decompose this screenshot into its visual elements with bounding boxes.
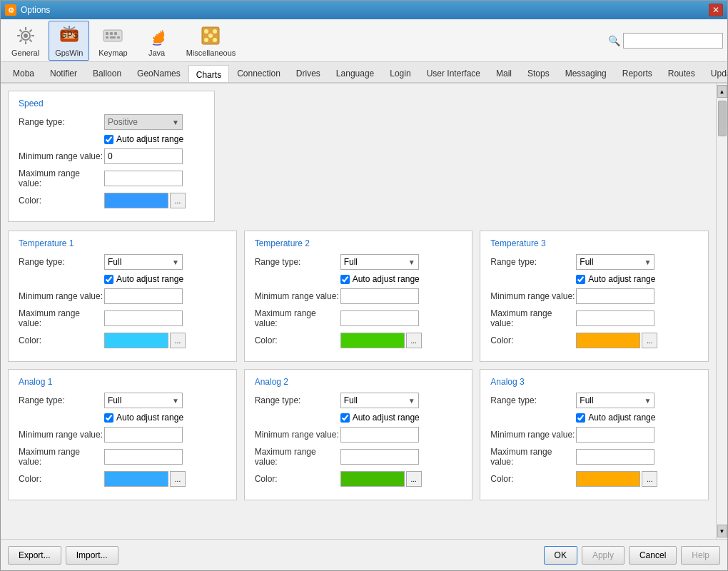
toolbar-misc-button[interactable]: Miscellaneous <box>180 21 243 61</box>
temp1-auto-checkbox[interactable] <box>104 275 113 284</box>
temp1-max-input[interactable] <box>104 310 183 326</box>
analog3-color-button[interactable]: ... <box>642 471 657 487</box>
export-button[interactable]: Export... <box>8 546 61 565</box>
analog3-max-label: Maximum range value: <box>490 447 576 467</box>
toolbar-general-button[interactable]: General <box>5 21 46 61</box>
tab-balloon[interactable]: Balloon <box>85 64 129 82</box>
analog1-range-value: Full <box>108 395 121 405</box>
apply-button[interactable]: Apply <box>582 546 625 565</box>
temp2-auto-checkbox[interactable] <box>340 275 350 284</box>
tab-routes[interactable]: Routes <box>660 64 703 82</box>
analog3-range-dropdown[interactable]: Full ▼ <box>576 393 654 408</box>
temp2-min-input[interactable] <box>340 288 419 304</box>
tab-messaging[interactable]: Messaging <box>557 64 615 82</box>
analog3-min-label: Minimum range value: <box>490 430 576 440</box>
analog1-color-swatch[interactable] <box>104 471 168 487</box>
temp3-max-input[interactable] <box>576 310 654 326</box>
temp3-auto-checkbox[interactable] <box>576 275 585 284</box>
scroll-thumb[interactable] <box>718 101 727 136</box>
tab-reports[interactable]: Reports <box>615 64 660 82</box>
temp3-color-label: Color: <box>490 335 576 345</box>
analog2-max-label: Maximum range value: <box>255 447 340 467</box>
speed-dropdown-arrow: ▼ <box>172 118 179 126</box>
temperature-row: Temperature 1 Range type: Full ▼ Auto ad… <box>8 231 709 362</box>
analog2-range-value: Full <box>344 395 358 405</box>
tab-user-interface[interactable]: User Interface <box>419 64 488 82</box>
main-scroll[interactable]: Speed Range type: Positive ▼ Auto adjust… <box>1 84 716 539</box>
svg-rect-18 <box>110 32 113 35</box>
java-label: Java <box>148 49 165 57</box>
analog3-color-swatch[interactable] <box>576 471 640 487</box>
analog2-min-input[interactable] <box>340 427 419 443</box>
tab-moba[interactable]: Moba <box>5 64 42 82</box>
toolbar-gpswin-button[interactable]: GPS GpsWin <box>49 21 89 61</box>
tab-geonames[interactable]: GeoNames <box>129 64 188 82</box>
analog2-color-swatch[interactable] <box>340 471 405 487</box>
search-area: 🔍 <box>608 33 723 49</box>
temp1-range-dropdown[interactable]: Full ▼ <box>104 254 183 270</box>
temp2-color-button[interactable]: ... <box>406 333 422 348</box>
tab-update[interactable]: Update <box>703 64 727 82</box>
speed-max-input[interactable] <box>104 171 183 186</box>
speed-color-button[interactable]: ... <box>170 193 186 208</box>
analog2-auto-checkbox[interactable] <box>340 413 350 423</box>
toolbar-java-button[interactable]: Java <box>137 21 177 61</box>
speed-range-type-dropdown[interactable]: Positive ▼ <box>104 114 183 130</box>
analog2-dropdown-arrow: ▼ <box>408 397 415 405</box>
speed-auto-adjust-checkbox[interactable] <box>104 135 113 144</box>
temp2-max-input[interactable] <box>340 310 419 326</box>
scrollbar[interactable]: ▲ ▼ <box>716 84 727 539</box>
tab-stops[interactable]: Stops <box>520 64 557 82</box>
temp3-color-button[interactable]: ... <box>642 333 657 348</box>
scroll-up-button[interactable]: ▲ <box>717 85 727 98</box>
analog1-min-input[interactable] <box>104 427 183 443</box>
analog2-section: Analog 2 Range type: Full ▼ Auto adjust … <box>244 369 473 500</box>
temp2-color-swatch[interactable] <box>340 333 405 348</box>
speed-min-input[interactable] <box>104 148 183 164</box>
analog2-color-button[interactable]: ... <box>406 471 422 487</box>
temp3-color-swatch[interactable] <box>576 333 640 348</box>
scroll-down-button[interactable]: ▼ <box>717 525 727 537</box>
temp3-title: Temperature 3 <box>490 238 698 248</box>
speed-range-type-label: Range type: <box>19 117 104 127</box>
tab-connection[interactable]: Connection <box>229 64 288 82</box>
speed-auto-adjust-label: Auto adjust range <box>116 134 183 144</box>
temp3-min-input[interactable] <box>576 288 654 304</box>
temp1-color-swatch[interactable] <box>104 333 168 348</box>
analog3-min-input[interactable] <box>576 427 654 443</box>
tab-language[interactable]: Language <box>328 64 382 82</box>
tab-notifier[interactable]: Notifier <box>42 64 85 82</box>
cancel-button[interactable]: Cancel <box>629 546 677 565</box>
temp1-min-input[interactable] <box>104 288 183 304</box>
analog2-max-input[interactable] <box>340 449 419 465</box>
help-button[interactable]: Help <box>681 546 720 565</box>
search-input[interactable] <box>623 33 723 49</box>
analog1-color-row: Color: ... <box>19 471 226 487</box>
speed-max-label: Maximum range value: <box>19 168 104 188</box>
analog3-range-row: Range type: Full ▼ <box>490 393 698 408</box>
toolbar-keymap-button[interactable]: Keymap <box>92 21 133 61</box>
analog1-max-input[interactable] <box>104 449 183 465</box>
tab-charts[interactable]: Charts <box>188 65 229 84</box>
speed-color-swatch[interactable] <box>104 193 168 208</box>
ok-button[interactable]: OK <box>544 546 577 565</box>
analog1-color-button[interactable]: ... <box>170 471 186 487</box>
temperature2-section: Temperature 2 Range type: Full ▼ Auto ad… <box>244 231 473 362</box>
tab-drives[interactable]: Drives <box>288 64 328 82</box>
temp3-min-row: Minimum range value: <box>490 288 698 304</box>
close-button[interactable]: ✕ <box>709 4 723 16</box>
tab-login[interactable]: Login <box>382 64 418 82</box>
speed-auto-adjust-row: Auto adjust range <box>104 134 204 144</box>
temp3-range-dropdown[interactable]: Full ▼ <box>576 254 654 270</box>
import-button[interactable]: Import... <box>66 546 118 565</box>
analog3-auto-checkbox[interactable] <box>576 413 585 423</box>
analog1-auto-checkbox[interactable] <box>104 413 113 423</box>
analog2-range-dropdown[interactable]: Full ▼ <box>340 393 419 408</box>
tab-mail[interactable]: Mail <box>488 64 520 82</box>
temp1-color-button[interactable]: ... <box>170 333 186 348</box>
temp2-range-dropdown[interactable]: Full ▼ <box>340 254 419 270</box>
analog1-range-dropdown[interactable]: Full ▼ <box>104 393 183 408</box>
analog3-max-input[interactable] <box>576 449 654 465</box>
analog1-min-row: Minimum range value: <box>19 427 226 443</box>
temp2-range-row: Range type: Full ▼ <box>255 254 462 270</box>
